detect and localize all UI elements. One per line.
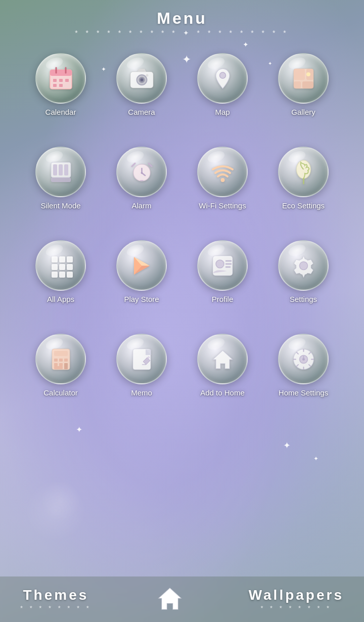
svg-rect-32	[52, 256, 58, 262]
svg-rect-36	[59, 264, 65, 270]
svg-point-28	[141, 172, 143, 174]
svg-rect-23	[59, 164, 63, 175]
home-settings-bubble[interactable]	[278, 334, 329, 384]
map-bubble[interactable]	[197, 53, 248, 104]
svg-rect-4	[53, 79, 57, 82]
svg-rect-48	[54, 351, 68, 356]
svg-rect-38	[52, 272, 58, 278]
svg-rect-16	[294, 69, 305, 80]
memo-bubble[interactable]	[116, 334, 167, 384]
svg-point-12	[140, 78, 143, 81]
svg-point-42	[216, 260, 224, 268]
wifi-bubble[interactable]	[197, 147, 248, 197]
profile-item[interactable]: Profile	[182, 231, 263, 325]
profile-bubble[interactable]	[197, 240, 248, 291]
play-store-bubble[interactable]	[116, 240, 167, 291]
svg-rect-8	[59, 84, 63, 87]
svg-rect-33	[59, 256, 65, 262]
silent-mode-label: Silent Mode	[40, 201, 80, 210]
wallpapers-stars: * * * * * * * *	[260, 604, 332, 612]
map-item[interactable]: Map	[182, 44, 263, 138]
svg-rect-51	[64, 359, 68, 362]
add-to-home-label: Add to Home	[200, 388, 245, 397]
wallpapers-label[interactable]: Wallpapers	[249, 587, 344, 603]
calculator-label: Calculator	[43, 388, 78, 397]
eco-item[interactable]: Eco Settings	[263, 138, 344, 231]
svg-rect-54	[64, 363, 68, 369]
home-settings-label: Home Settings	[279, 388, 328, 397]
eco-bubble[interactable]	[278, 147, 329, 197]
header: Menu * * * * * * * * * * ✦ * * * * * * *…	[0, 0, 364, 39]
eco-label: Eco Settings	[282, 201, 325, 210]
svg-rect-19	[302, 81, 313, 88]
svg-rect-49	[54, 359, 58, 362]
svg-rect-39	[59, 272, 65, 278]
svg-point-13	[146, 74, 148, 76]
themes-section[interactable]: Themes * * * * * * * *	[20, 587, 92, 612]
gallery-bubble[interactable]	[278, 53, 329, 104]
add-to-home-bubble[interactable]	[197, 334, 248, 384]
home-button[interactable]	[155, 584, 185, 614]
svg-point-20	[306, 72, 310, 76]
profile-label: Profile	[212, 295, 234, 303]
wallpapers-section[interactable]: Wallpapers * * * * * * * *	[249, 587, 344, 612]
add-to-home-item[interactable]: Add to Home	[182, 325, 263, 418]
svg-point-46	[299, 261, 307, 270]
map-label: Map	[215, 108, 230, 116]
calculator-bubble[interactable]	[35, 334, 86, 384]
svg-rect-50	[59, 359, 63, 362]
svg-rect-34	[67, 256, 73, 262]
themes-label[interactable]: Themes	[23, 587, 88, 603]
camera-label: Camera	[128, 108, 155, 116]
svg-rect-57	[146, 349, 151, 355]
calendar-bubble[interactable]	[35, 53, 86, 104]
alarm-item[interactable]: Alarm	[101, 138, 182, 231]
svg-rect-40	[67, 272, 73, 278]
camera-item[interactable]: Camera	[101, 44, 182, 138]
all-apps-bubble[interactable]	[35, 240, 86, 291]
alarm-bubble[interactable]	[116, 147, 167, 197]
themes-stars: * * * * * * * *	[20, 604, 92, 612]
camera-bubble[interactable]	[116, 53, 167, 104]
play-store-label: Play Store	[124, 295, 159, 303]
home-icon[interactable]	[155, 584, 185, 614]
settings-item[interactable]: Settings	[263, 231, 344, 325]
silent-mode-bubble[interactable]	[35, 147, 86, 197]
svg-rect-52	[54, 363, 58, 366]
svg-rect-25	[51, 177, 71, 182]
svg-rect-7	[53, 84, 57, 87]
svg-rect-6	[65, 79, 69, 82]
svg-rect-53	[59, 363, 63, 366]
svg-rect-37	[67, 264, 73, 270]
memo-item[interactable]: Memo	[101, 325, 182, 418]
svg-point-29	[220, 178, 224, 182]
alarm-label: Alarm	[131, 201, 151, 210]
svg-point-63	[302, 358, 305, 361]
memo-label: Memo	[131, 388, 152, 397]
header-divider: * * * * * * * * * * ✦ * * * * * * * * *	[0, 29, 364, 37]
svg-rect-22	[53, 164, 57, 175]
svg-rect-5	[59, 79, 63, 82]
home-settings-item[interactable]: Home Settings	[263, 325, 344, 418]
gallery-item[interactable]: Gallery	[263, 44, 344, 138]
gallery-label: Gallery	[291, 108, 315, 116]
silent-mode-item[interactable]: Silent Mode	[20, 138, 101, 231]
wifi-item[interactable]: Wi-Fi Settings	[182, 138, 263, 231]
calculator-item[interactable]: Calculator	[20, 325, 101, 418]
svg-rect-1	[50, 70, 72, 76]
settings-label: Settings	[290, 295, 317, 303]
all-apps-label: All Apps	[47, 295, 74, 303]
bottom-bar: Themes * * * * * * * * Wallpapers * * * …	[0, 576, 364, 622]
svg-rect-35	[52, 264, 58, 270]
svg-rect-55	[54, 366, 63, 369]
wifi-label: Wi-Fi Settings	[199, 201, 246, 210]
svg-point-14	[219, 72, 225, 78]
page-title: Menu	[0, 9, 364, 28]
settings-bubble[interactable]	[278, 240, 329, 291]
calendar-label: Calendar	[46, 108, 76, 116]
calendar-item[interactable]: Calendar	[20, 44, 101, 138]
icon-grid: Calendar Camera	[10, 44, 354, 418]
all-apps-item[interactable]: All Apps	[20, 231, 101, 325]
svg-rect-24	[64, 164, 68, 175]
play-store-item[interactable]: Play Store	[101, 231, 182, 325]
